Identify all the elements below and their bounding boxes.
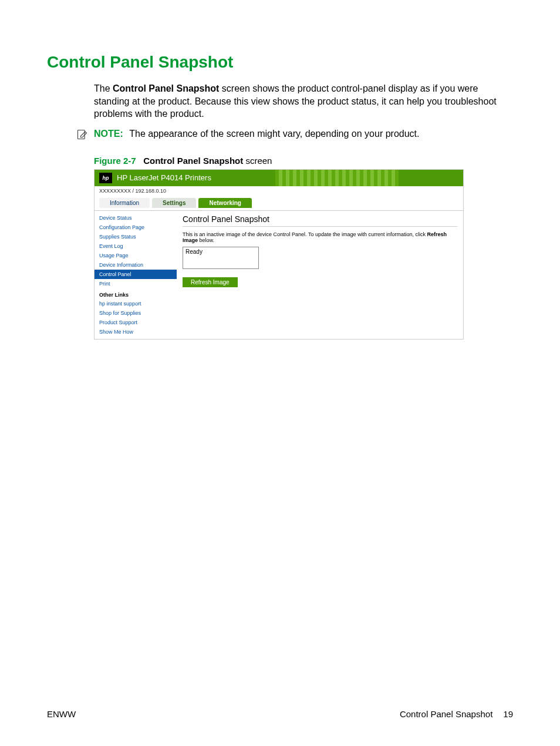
note-icon <box>76 129 88 143</box>
device-address: XXXXXXXXX / 192.168.0.10 <box>95 186 463 196</box>
sidebar-item-event-log[interactable]: Event Log <box>95 241 177 251</box>
main-panel: Control Panel Snapshot This is an inacti… <box>177 211 463 339</box>
page-number: 19 <box>503 709 513 719</box>
footer-left: ENWW <box>47 709 76 719</box>
sidebar-item-print[interactable]: Print <box>95 279 177 288</box>
screenshot-title: HP LaserJet P4014 Printers <box>117 173 211 182</box>
figure-title-bold: Control Panel Snapshot <box>143 156 243 166</box>
refresh-image-button[interactable]: Refresh Image <box>183 277 238 287</box>
main-description: This is an inactive image of the device … <box>183 231 457 243</box>
screenshot: hp HP LaserJet P4014 Printers XXXXXXXXX … <box>94 169 464 340</box>
sidebar-item-device-status[interactable]: Device Status <box>95 213 177 223</box>
note-label: NOTE: <box>94 129 123 139</box>
desc-pre: This is an inactive image of the device … <box>183 231 427 237</box>
sidebar-link-product-support[interactable]: Product Support <box>95 318 177 327</box>
note-block: NOTE: The appearance of the screen might… <box>76 129 513 143</box>
page-footer: ENWW Control Panel Snapshot 19 <box>47 709 513 719</box>
para-pre: The <box>94 83 113 93</box>
sidebar-item-control-panel[interactable]: Control Panel <box>95 270 177 279</box>
sidebar-item-supplies-status[interactable]: Supplies Status <box>95 232 177 241</box>
sidebar: Device Status Configuration Page Supplie… <box>95 211 177 339</box>
intro-paragraph: The Control Panel Snapshot screen shows … <box>94 82 513 120</box>
tab-information[interactable]: Information <box>99 198 150 208</box>
sidebar-item-device-information[interactable]: Device Information <box>95 260 177 270</box>
figure-title-rest: screen <box>243 156 272 166</box>
desc-post: below. <box>198 237 214 243</box>
sidebar-item-usage-page[interactable]: Usage Page <box>95 251 177 260</box>
tab-settings[interactable]: Settings <box>152 198 196 208</box>
sidebar-other-links-heading: Other Links <box>95 288 177 299</box>
page-heading: Control Panel Snapshot <box>47 53 513 72</box>
footer-section-label: Control Panel Snapshot <box>400 709 492 719</box>
sidebar-item-configuration-page[interactable]: Configuration Page <box>95 223 177 232</box>
sidebar-link-hp-instant-support[interactable]: hp instant support <box>95 299 177 308</box>
tab-networking[interactable]: Networking <box>198 198 251 208</box>
figure-number: Figure 2-7 <box>94 156 136 166</box>
screenshot-header: hp HP LaserJet P4014 Printers <box>95 170 463 186</box>
para-bold: Control Panel Snapshot <box>113 83 219 93</box>
note-text: The appearance of the screen might vary,… <box>129 129 419 139</box>
figure-caption: Figure 2-7 Control Panel Snapshot screen <box>94 156 513 166</box>
sidebar-link-shop-for-supplies[interactable]: Shop for Supplies <box>95 308 177 318</box>
header-banner-graphic <box>275 170 399 186</box>
hp-logo-icon: hp <box>99 173 112 183</box>
tab-bar: Information Settings Networking <box>95 196 463 210</box>
control-panel-display: Ready <box>183 247 259 269</box>
main-title: Control Panel Snapshot <box>183 214 457 227</box>
sidebar-link-show-me-how[interactable]: Show Me How <box>95 327 177 337</box>
